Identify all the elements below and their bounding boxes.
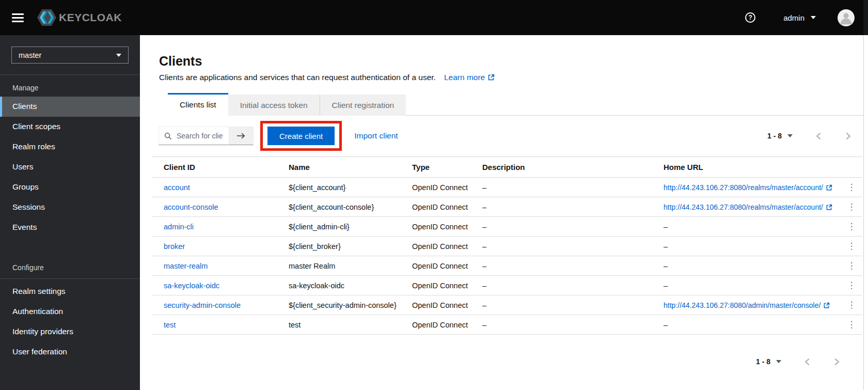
kebab-menu-icon[interactable]: ⋮ xyxy=(844,280,859,291)
column-header-name: Name xyxy=(277,157,400,178)
sidebar-item-realm-settings[interactable]: Realm settings xyxy=(0,282,140,302)
avatar[interactable] xyxy=(838,9,855,26)
client-type: OpenID Connect xyxy=(400,315,470,335)
pagination-range: 1 - 8 xyxy=(756,357,770,366)
user-menu[interactable]: admin xyxy=(783,13,816,22)
create-client-button[interactable]: Create client xyxy=(267,127,335,145)
client-id-link[interactable]: security-admin-console xyxy=(164,301,241,309)
scrollbar[interactable] xyxy=(863,0,868,390)
table-header-row: Client ID Name Type Description Home URL xyxy=(152,157,862,178)
masthead: KEYCLOAK ? admin xyxy=(0,0,868,35)
home-url-link[interactable]: http://44.243.106.27:8080/realms/master/… xyxy=(664,203,823,211)
client-type: OpenID Connect xyxy=(400,217,470,237)
table-row: account-console ${client_account-console… xyxy=(152,197,862,217)
sidebar-section-title: Configure xyxy=(0,255,140,279)
sidebar: master Manage Clients Client scopes Real… xyxy=(0,35,140,390)
table-row: master-realm master Realm OpenID Connect… xyxy=(152,256,862,276)
client-id-link[interactable]: broker xyxy=(164,242,185,251)
sidebar-item-users[interactable]: Users xyxy=(0,157,140,177)
kebab-menu-icon[interactable]: ⋮ xyxy=(844,221,859,232)
realm-selector[interactable]: master xyxy=(11,46,129,64)
client-type: OpenID Connect xyxy=(400,197,470,217)
learn-more-link[interactable]: Learn more xyxy=(444,73,495,82)
kebab-menu-icon[interactable]: ⋮ xyxy=(844,182,859,193)
external-link-icon xyxy=(826,184,832,191)
column-header-description: Description xyxy=(470,157,652,178)
pagination-next-icon[interactable] xyxy=(833,358,840,366)
tab-clients-list[interactable]: Clients list xyxy=(168,93,228,116)
client-name: ${client_broker} xyxy=(277,237,400,256)
client-name: ${client_admin-cli} xyxy=(277,217,400,237)
sidebar-section-manage: Manage Clients Client scopes Realm roles… xyxy=(0,75,140,238)
table-row: security-admin-console ${client_security… xyxy=(152,295,862,315)
sidebar-section-title: Manage xyxy=(0,75,140,97)
sidebar-item-events[interactable]: Events xyxy=(0,217,140,238)
realm-selector-value: master xyxy=(19,51,41,59)
home-url-link[interactable]: http://44.243.106.27:8080/realms/master/… xyxy=(664,183,823,192)
caret-down-icon xyxy=(811,16,816,19)
kebab-menu-icon[interactable]: ⋮ xyxy=(844,241,859,252)
column-header-home-url: Home URL xyxy=(652,157,841,178)
client-name: ${client_account} xyxy=(277,178,400,197)
search-input[interactable] xyxy=(176,131,224,141)
tab-client-registration[interactable]: Client registration xyxy=(320,95,406,116)
import-client-link[interactable]: Import client xyxy=(354,131,398,141)
client-type: OpenID Connect xyxy=(400,295,470,315)
sidebar-item-realm-roles[interactable]: Realm roles xyxy=(0,137,140,157)
home-url-link[interactable]: http://44.243.106.27:8080/admin/master/c… xyxy=(664,301,820,309)
client-name: master Realm xyxy=(277,256,400,276)
kebab-menu-icon[interactable]: ⋮ xyxy=(844,319,859,330)
arrow-right-icon xyxy=(236,132,246,139)
tab-initial-access-token[interactable]: Initial access token xyxy=(228,95,320,116)
nav-toggle-hamburger-icon[interactable] xyxy=(12,11,24,24)
client-name: sa-keycloak-oidc xyxy=(277,276,400,295)
client-description: – xyxy=(470,315,652,335)
column-header-type: Type xyxy=(400,157,470,178)
sidebar-item-sessions[interactable]: Sessions xyxy=(0,197,140,217)
client-home-url: – xyxy=(652,256,841,276)
clients-toolbar: Create client Import client 1 - 8 xyxy=(159,121,862,151)
sidebar-item-clients[interactable]: Clients xyxy=(0,97,140,117)
column-header-client-id: Client ID xyxy=(152,157,277,178)
sidebar-item-client-scopes[interactable]: Client scopes xyxy=(0,117,140,137)
search-submit-button[interactable] xyxy=(229,127,254,145)
table-row: broker ${client_broker} OpenID Connect –… xyxy=(152,237,862,256)
kebab-menu-icon[interactable]: ⋮ xyxy=(844,300,859,310)
client-id-link[interactable]: admin-cli xyxy=(164,223,194,231)
kebab-menu-icon[interactable]: ⋮ xyxy=(844,260,859,271)
sidebar-section-configure: Configure Realm settings Authentication … xyxy=(0,255,140,362)
client-home-url: – xyxy=(652,237,841,256)
pagination-top: 1 - 8 xyxy=(767,132,862,140)
pagination-next-icon[interactable] xyxy=(845,132,851,140)
pagination-prev-icon[interactable] xyxy=(815,132,822,140)
client-description: – xyxy=(470,217,652,237)
username: admin xyxy=(783,13,804,22)
pagination-range: 1 - 8 xyxy=(767,132,782,140)
column-header-actions xyxy=(841,157,862,178)
client-type: OpenID Connect xyxy=(400,256,470,276)
sidebar-item-groups[interactable]: Groups xyxy=(0,177,140,197)
client-description: – xyxy=(470,237,652,256)
client-home-url: – xyxy=(652,276,841,295)
sidebar-item-identity-providers[interactable]: Identity providers xyxy=(0,322,140,342)
pagination-caret-icon[interactable] xyxy=(776,360,781,363)
keycloak-logo: KEYCLOAK xyxy=(37,9,122,26)
annotation-highlight-box: Create client xyxy=(260,121,342,151)
client-id-link[interactable]: account xyxy=(164,183,190,192)
client-name: ${client_account-console} xyxy=(277,197,400,217)
table-row: account ${client_account} OpenID Connect… xyxy=(152,178,862,197)
sidebar-item-user-federation[interactable]: User federation xyxy=(0,342,140,362)
client-id-link[interactable]: sa-keycloak-oidc xyxy=(164,282,219,290)
clients-table: Client ID Name Type Description Home URL… xyxy=(152,157,862,335)
client-id-link[interactable]: test xyxy=(164,321,176,329)
tabs-filler xyxy=(406,93,868,116)
client-description: – xyxy=(470,178,652,197)
pagination-caret-icon[interactable] xyxy=(787,134,793,137)
kebab-menu-icon[interactable]: ⋮ xyxy=(844,201,859,212)
caret-down-icon xyxy=(116,54,121,57)
client-id-link[interactable]: master-realm xyxy=(164,262,208,270)
client-id-link[interactable]: account-console xyxy=(164,203,218,211)
sidebar-item-authentication[interactable]: Authentication xyxy=(0,302,140,322)
help-icon[interactable]: ? xyxy=(745,12,755,23)
pagination-prev-icon[interactable] xyxy=(804,358,811,366)
